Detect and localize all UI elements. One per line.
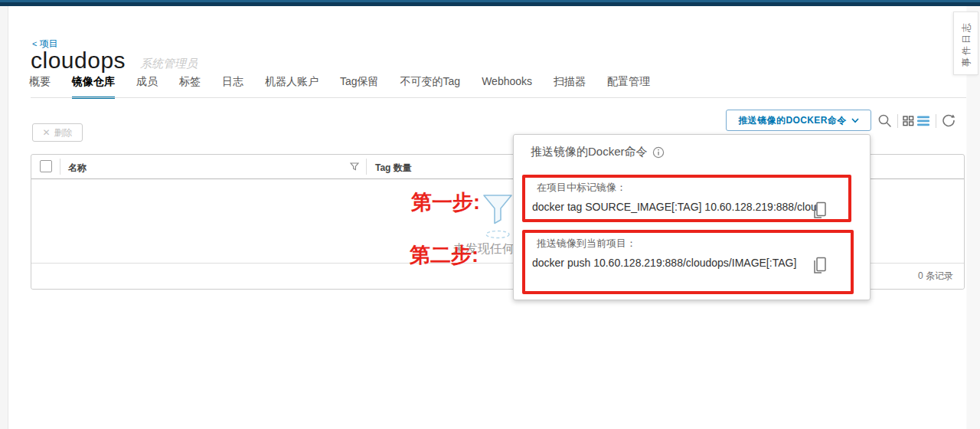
delete-button[interactable]: ✕ 删除 <box>32 123 83 142</box>
tab-webhooks[interactable]: Webhooks <box>482 75 532 99</box>
tab-tag-retention[interactable]: Tag保留 <box>340 75 379 99</box>
empty-funnel-icon <box>482 193 514 225</box>
list-view-icon[interactable] <box>917 116 929 126</box>
tabs-divider <box>31 97 966 98</box>
annotation-box-step2 <box>522 230 854 294</box>
top-dark-bar <box>0 0 980 6</box>
column-separator <box>366 159 367 175</box>
toolbar-divider <box>897 114 898 128</box>
tab-repositories[interactable]: 镜像仓库 <box>72 75 115 99</box>
filter-icon[interactable] <box>350 162 359 171</box>
tab-configuration[interactable]: 配置管理 <box>607 75 650 99</box>
annotation-step2-label: 第二步: <box>410 241 479 269</box>
info-icon[interactable] <box>652 146 665 159</box>
popup-title-text: 推送镜像的Docker命令 <box>531 145 648 159</box>
role-badge: 系统管理员 <box>140 57 198 71</box>
tab-immutable-tag[interactable]: 不可变的Tag <box>400 75 461 99</box>
refresh-icon[interactable] <box>942 113 956 127</box>
harbor-project-page: <项目 cloudops 系统管理员 概要 镜像仓库 成员 标签 日志 机器人账… <box>0 0 980 429</box>
column-separator <box>60 159 60 175</box>
tab-overview[interactable]: 概要 <box>29 75 51 99</box>
toolbar-divider <box>936 114 936 128</box>
column-header-name: 名称 <box>68 162 87 175</box>
tab-members[interactable]: 成员 <box>136 75 158 99</box>
records-count: 0 条记录 <box>918 270 953 283</box>
card-view-icon[interactable] <box>903 116 914 126</box>
push-command-label: 推送镜像的DOCKER命令 <box>738 114 846 127</box>
close-icon: ✕ <box>42 127 50 138</box>
search-icon[interactable] <box>877 113 892 128</box>
annotation-box-step1 <box>522 175 851 222</box>
annotation-step1-label: 第一步: <box>411 188 480 216</box>
tab-robot-accounts[interactable]: 机器人账户 <box>265 75 318 99</box>
left-edge-strip <box>0 6 8 429</box>
tab-logs[interactable]: 日志 <box>222 75 243 99</box>
chevron-down-icon <box>851 118 859 123</box>
event-log-side-tab[interactable]: 事件日志 <box>953 11 978 75</box>
delete-button-label: 删除 <box>54 126 73 139</box>
event-log-label: 事件日志 <box>959 21 972 67</box>
tab-labels[interactable]: 标签 <box>179 75 201 99</box>
push-image-command-button[interactable]: 推送镜像的DOCKER命令 <box>726 110 871 131</box>
tab-scanner[interactable]: 扫描器 <box>554 75 586 99</box>
page-title: cloudops <box>31 47 126 74</box>
popup-title: 推送镜像的Docker命令 <box>531 145 665 159</box>
column-header-tag-count: Tag 数量 <box>375 162 412 175</box>
select-all-checkbox[interactable] <box>40 160 52 172</box>
empty-funnel-shadow <box>485 230 511 239</box>
tab-bar: 概要 镜像仓库 成员 标签 日志 机器人账户 Tag保留 不可变的Tag Web… <box>29 75 650 99</box>
